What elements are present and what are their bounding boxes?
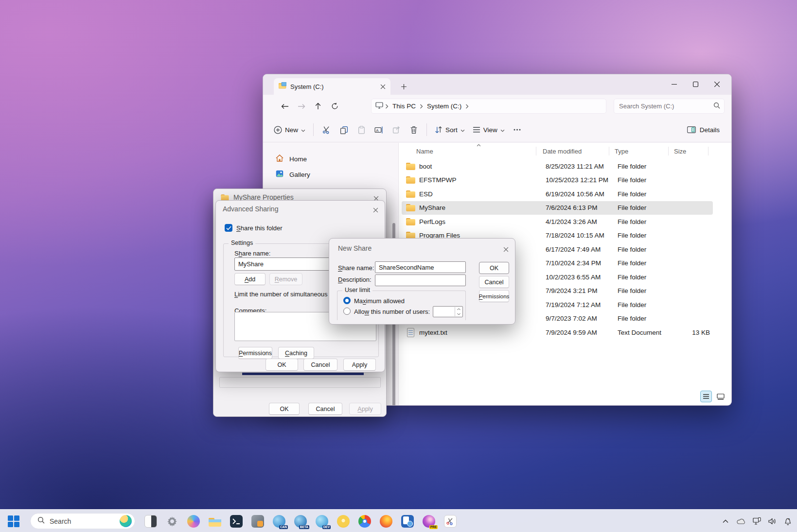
- thunderbird-daily-icon[interactable]: DEV: [315, 515, 329, 528]
- notification-bell-icon[interactable]: z: [783, 517, 792, 526]
- tray-chevron-up-icon[interactable]: [721, 517, 730, 526]
- spinner-arrows[interactable]: [455, 307, 462, 316]
- file-row-perflogs[interactable]: PerfLogs4/1/2024 3:26 AMFile folder: [402, 215, 713, 228]
- cut-button[interactable]: [318, 121, 335, 138]
- new-share-ok-button[interactable]: OK: [479, 262, 509, 274]
- user-limit-group-label: User limit: [342, 287, 372, 293]
- volume-tray-icon[interactable]: [768, 517, 777, 526]
- advanced-permissions-button[interactable]: Permissions: [238, 347, 272, 359]
- properties-cancel-button[interactable]: Cancel: [308, 403, 342, 415]
- back-button[interactable]: [277, 99, 293, 114]
- weather-widget-icon[interactable]: [120, 515, 132, 527]
- advanced-apply-button[interactable]: Apply: [343, 359, 376, 371]
- sort-button[interactable]: Sort: [431, 121, 469, 138]
- file-row-myshare[interactable]: MyShare7/6/2024 6:13 PMFile folder: [402, 201, 713, 215]
- explorer-search: [614, 99, 725, 114]
- allow-number-radio[interactable]: [343, 308, 351, 315]
- properties-ok-button[interactable]: OK: [269, 403, 300, 415]
- forward-button[interactable]: [293, 99, 310, 114]
- new-share-permissions-button[interactable]: Permissions: [479, 290, 509, 302]
- properties-apply-button[interactable]: Apply: [349, 403, 381, 415]
- minimize-button[interactable]: [663, 76, 685, 92]
- share-name-label: Share name:: [234, 250, 270, 257]
- column-header-date[interactable]: Date modified: [543, 145, 582, 157]
- advanced-sharing-close-icon[interactable]: [370, 205, 381, 215]
- details-view-toggle[interactable]: [700, 391, 712, 402]
- description-input[interactable]: [375, 275, 466, 286]
- column-header-size[interactable]: Size: [674, 145, 686, 157]
- file-type: File folder: [618, 163, 646, 170]
- copilot-icon[interactable]: [187, 515, 200, 528]
- tab-close-icon[interactable]: [380, 84, 386, 89]
- file-explorer-icon[interactable]: [208, 515, 222, 528]
- advanced-cancel-button[interactable]: Cancel: [303, 359, 337, 371]
- start-button[interactable]: [8, 515, 19, 527]
- new-share-name-input[interactable]: [375, 261, 466, 273]
- delete-button[interactable]: [405, 121, 423, 138]
- file-row-mytext-txt[interactable]: mytext.txt7/9/2024 9:59 AMText Document1…: [402, 326, 713, 339]
- spinner-down-icon[interactable]: [455, 312, 462, 317]
- thunderbird-canary-icon[interactable]: CAN: [272, 515, 286, 528]
- file-type: File folder: [618, 287, 646, 294]
- app-badge: DEV: [322, 525, 331, 530]
- settings-icon[interactable]: [165, 515, 179, 528]
- firefox-nightly-icon[interactable]: PRE: [422, 515, 436, 528]
- folder-icon: [406, 217, 415, 226]
- spinner-up-icon[interactable]: [455, 307, 462, 312]
- thunderbird-beta-icon[interactable]: BETA: [294, 515, 307, 528]
- sidebar-item-gallery[interactable]: Gallery: [270, 167, 387, 182]
- refresh-button[interactable]: [326, 99, 343, 114]
- up-button[interactable]: [310, 99, 326, 114]
- new-button[interactable]: New: [270, 121, 309, 138]
- terminal-icon[interactable]: [230, 515, 243, 528]
- network-tray-icon[interactable]: [752, 517, 761, 526]
- rename-button[interactable]: A: [370, 121, 388, 138]
- more-options-button[interactable]: [509, 121, 526, 138]
- new-share-close-icon[interactable]: [500, 244, 511, 255]
- maximize-button[interactable]: [685, 76, 706, 92]
- close-button[interactable]: [706, 76, 727, 92]
- onedrive-tray-icon[interactable]: [737, 517, 745, 526]
- add-button[interactable]: Add: [234, 273, 266, 285]
- sidebar-item-label: Gallery: [289, 171, 310, 178]
- chrome-icon[interactable]: [358, 515, 372, 528]
- large-thumbnails-view-toggle[interactable]: [715, 391, 726, 402]
- file-date-modified: 7/9/2024 3:21 PM: [546, 287, 598, 294]
- system-tray: z: [721, 510, 792, 532]
- focused-element-sliver: [242, 373, 364, 375]
- column-header-type[interactable]: Type: [615, 145, 628, 157]
- caching-button[interactable]: Caching: [278, 347, 314, 359]
- copy-button[interactable]: [335, 121, 353, 138]
- tab-system-c[interactable]: System (C:): [274, 78, 390, 95]
- advanced-ok-button[interactable]: OK: [266, 359, 298, 371]
- breadcrumb-system-c[interactable]: System (C:): [425, 103, 463, 110]
- user-count-spinner[interactable]: [433, 306, 463, 317]
- explorer-search-input[interactable]: [618, 102, 713, 110]
- maximum-allowed-radio[interactable]: [343, 297, 351, 304]
- notepad-icon[interactable]: [144, 515, 158, 528]
- dev-home-icon[interactable]: [251, 515, 265, 528]
- properties-groupbox-sliver: [219, 377, 381, 388]
- details-pane-button[interactable]: Details: [683, 121, 724, 138]
- file-row-esd[interactable]: ESD6/19/2024 10:56 AMFile folder: [402, 187, 713, 201]
- column-header-name[interactable]: Name: [416, 145, 433, 157]
- new-tab-button[interactable]: [398, 81, 409, 92]
- paste-button[interactable]: [353, 121, 370, 138]
- file-row-boot[interactable]: boot8/25/2023 11:21 AMFile folder: [402, 159, 713, 173]
- breadcrumb-this-pc[interactable]: This PC: [390, 103, 418, 110]
- chrome-canary-icon[interactable]: [337, 515, 350, 528]
- view-button[interactable]: View: [469, 121, 509, 138]
- sidebar-item-label: Home: [289, 155, 307, 163]
- file-row-efstmpwp[interactable]: EFSTMPWP10/25/2023 12:21 PMFile folder: [402, 173, 713, 187]
- share-this-folder-checkbox[interactable]: [225, 224, 232, 232]
- description-label: Description:: [338, 276, 372, 283]
- taskbar-search[interactable]: Search: [30, 513, 135, 529]
- remove-button[interactable]: Remove: [269, 273, 302, 285]
- snipping-tool-icon[interactable]: [443, 515, 457, 528]
- sidebar-item-home[interactable]: Home: [270, 152, 387, 166]
- firefox-icon[interactable]: [379, 515, 393, 528]
- share-button[interactable]: [388, 121, 405, 138]
- document-viewer-icon[interactable]: [401, 515, 414, 528]
- desktop: System (C:): [0, 0, 797, 532]
- new-share-cancel-button[interactable]: Cancel: [479, 276, 509, 288]
